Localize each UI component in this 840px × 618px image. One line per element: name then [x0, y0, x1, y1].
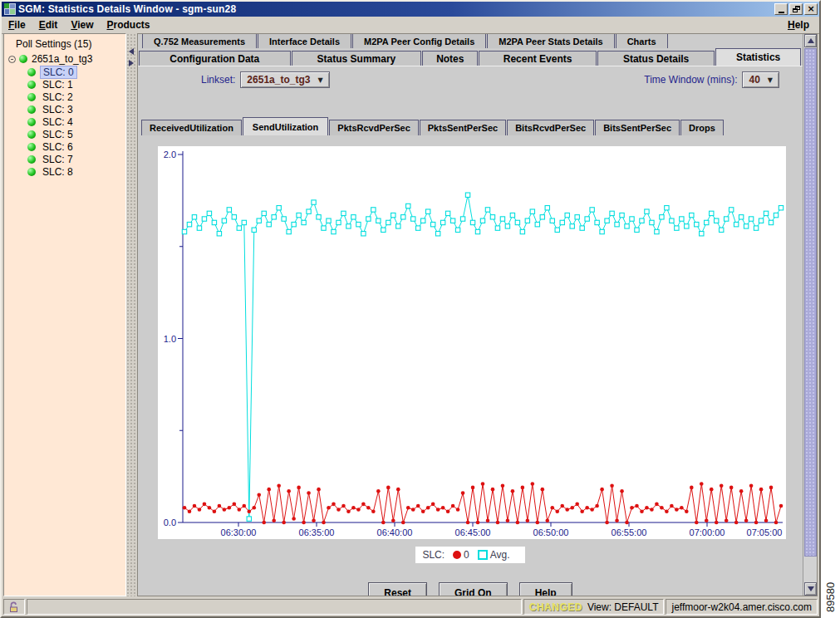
- status-ball-icon: [27, 68, 36, 76]
- legend-item-avg: Avg.: [478, 549, 510, 561]
- status-ball-icon: [27, 143, 36, 151]
- cyan-square-marker-icon: [478, 550, 488, 560]
- tab-row-main: Configuration DataStatus SummaryNotesRec…: [138, 48, 803, 66]
- tree-item-slc-1[interactable]: SLC: 1: [27, 78, 125, 91]
- main-panel: Q.752 MeasurementsInterface DetailsM2PA …: [137, 33, 818, 596]
- tree-item-label: SLC: 2: [40, 91, 76, 103]
- tab-bitssentpersec[interactable]: BitsSentPerSec: [595, 120, 680, 135]
- svg-text:06:50:00: 06:50:00: [533, 527, 569, 537]
- tree-item-label: SLC: 3: [40, 104, 76, 115]
- tab-drops[interactable]: Drops: [680, 120, 724, 135]
- chart-controls-row: Linkset: 2651a_to_tg3 ▼ Time Window (min…: [138, 71, 803, 91]
- tab-m2pa-peer-config-details[interactable]: M2PA Peer Config Details: [352, 34, 486, 48]
- tree-children: SLC: 0SLC: 1SLC: 2SLC: 3SLC: 4SLC: 5SLC:…: [27, 66, 125, 178]
- menu-items: FileEditViewProducts: [8, 19, 164, 31]
- tab-bitsrcvdpersec[interactable]: BitsRcvdPerSec: [507, 120, 594, 135]
- close-button[interactable]: ×: [804, 3, 818, 15]
- chart-subtabs: ReceivedUtilizationSendUtilizationPktsRc…: [141, 117, 801, 135]
- tab-sendutilization[interactable]: SendUtilization: [243, 117, 328, 135]
- window-title: SGM: Statistics Details Window - sgm-sun…: [18, 3, 236, 15]
- tab-status-summary[interactable]: Status Summary: [292, 51, 422, 66]
- tab-m2pa-peer-stats-details[interactable]: M2PA Peer Stats Details: [487, 34, 614, 48]
- tab-charts[interactable]: Charts: [616, 34, 668, 48]
- chevron-down-icon: ▼: [768, 76, 773, 84]
- tree-item-label: SLC: 1: [40, 79, 76, 91]
- tab-status-details[interactable]: Status Details: [597, 51, 715, 66]
- tab-q-752-measurements[interactable]: Q.752 Measurements: [142, 34, 257, 48]
- menu-products[interactable]: Products: [107, 19, 150, 31]
- view-label: View: DEFAULT: [587, 601, 659, 613]
- tab-interface-details[interactable]: Interface Details: [258, 34, 351, 48]
- scroll-down-button[interactable]: [804, 582, 817, 596]
- linkset-value: 2651a_to_tg3: [247, 74, 310, 86]
- body-row: Poll Settings (15) 2651a_to_tg3 SLC: 0SL…: [3, 33, 818, 596]
- svg-text:06:40:00: 06:40:00: [377, 527, 413, 537]
- screenshot-stage: SGM: Statistics Details Window - sgm-sun…: [0, 0, 840, 618]
- tab-statistics[interactable]: Statistics: [715, 48, 801, 66]
- time-window-dropdown[interactable]: 40 ▼: [742, 71, 779, 88]
- linkset-dropdown[interactable]: 2651a_to_tg3 ▼: [240, 71, 329, 88]
- tab-recent-events[interactable]: Recent Events: [479, 51, 597, 66]
- tab-pktsrcvdpersec[interactable]: PktsRcvdPerSec: [329, 120, 418, 135]
- menu-help[interactable]: Help: [788, 19, 809, 31]
- tree-item-slc-6[interactable]: SLC: 6: [27, 140, 125, 153]
- linkset-label: Linkset:: [201, 74, 235, 86]
- tree-item-slc-5[interactable]: SLC: 5: [27, 128, 125, 140]
- tree-node-linkset[interactable]: 2651a_to_tg3: [4, 52, 125, 66]
- arrow-down-icon: [808, 586, 814, 591]
- help-button[interactable]: Help: [519, 582, 572, 596]
- legend-row: SLC: 0 Avg.: [138, 547, 803, 563]
- vertical-scrollbar[interactable]: [803, 34, 817, 596]
- scrollbar-thumb[interactable]: [804, 48, 817, 557]
- tree-item-label: SLC: 5: [40, 129, 76, 140]
- menu-view[interactable]: View: [71, 19, 93, 31]
- time-window-label: Time Window (mins):: [644, 74, 737, 86]
- title-bar[interactable]: SGM: Statistics Details Window - sgm-sun…: [2, 2, 819, 17]
- utilization-chart: 0.01.02.006:30:0006:35:0006:40:0006:45:0…: [158, 146, 786, 539]
- chart-legend: SLC: 0 Avg.: [415, 547, 524, 563]
- tab-pktssentpersec[interactable]: PktsSentPerSec: [420, 120, 506, 135]
- tree-item-slc-4[interactable]: SLC: 4: [27, 115, 125, 128]
- menu-file[interactable]: File: [8, 19, 26, 31]
- tree-item-slc-2[interactable]: SLC: 2: [27, 91, 125, 103]
- tree-item-label: SLC: 4: [40, 116, 76, 128]
- changed-badge: CHANGED: [529, 601, 582, 613]
- restore-icon: [793, 6, 800, 12]
- tab-configuration-data[interactable]: Configuration Data: [139, 51, 291, 66]
- hostname-text: jeffmoor-w2k04.amer.cisco.com: [671, 601, 812, 613]
- close-icon: ×: [807, 5, 814, 13]
- tab-receivedutilization[interactable]: ReceivedUtilization: [141, 120, 242, 135]
- grid-on-button[interactable]: Grid On: [439, 582, 508, 596]
- reset-button[interactable]: Reset: [368, 582, 427, 596]
- tree-item-label: SLC: 7: [40, 154, 76, 165]
- app-icon: [4, 3, 16, 15]
- tree-item-slc-3[interactable]: SLC: 3: [27, 103, 125, 115]
- restore-button[interactable]: [789, 3, 803, 15]
- svg-text:2.0: 2.0: [164, 150, 176, 159]
- svg-text:07:00:00: 07:00:00: [690, 527, 725, 537]
- collapse-left-icon[interactable]: [129, 48, 134, 55]
- svg-text:06:45:00: 06:45:00: [455, 527, 491, 537]
- menu-edit[interactable]: Edit: [39, 19, 58, 31]
- tree-item-slc-0[interactable]: SLC: 0: [27, 66, 125, 78]
- minimize-button[interactable]: [774, 3, 788, 15]
- chart-svg: 0.01.02.006:30:0006:35:0006:40:0006:45:0…: [158, 146, 786, 539]
- svg-text:06:55:00: 06:55:00: [612, 527, 647, 537]
- status-ball-icon: [27, 155, 36, 164]
- minimize-icon: [779, 12, 784, 13]
- scroll-up-button[interactable]: [804, 34, 817, 47]
- status-ball-icon: [27, 168, 36, 176]
- status-bar: CHANGED View: DEFAULT jeffmoor-w2k04.ame…: [3, 599, 818, 615]
- legend-title: SLC:: [422, 549, 445, 561]
- status-ball-icon: [19, 55, 27, 63]
- tab-notes[interactable]: Notes: [422, 51, 478, 66]
- tree-item-slc-8[interactable]: SLC: 8: [27, 165, 125, 178]
- svg-text:0.0: 0.0: [164, 517, 176, 527]
- tree-node-label: 2651a_to_tg3: [32, 53, 92, 65]
- expand-right-icon[interactable]: [129, 60, 134, 66]
- status-spacer-cell: [27, 599, 522, 615]
- open-lock-icon: [8, 601, 20, 613]
- split-divider[interactable]: [126, 33, 137, 596]
- tree-expand-handle-icon[interactable]: [8, 56, 16, 63]
- tree-item-slc-7[interactable]: SLC: 7: [27, 153, 125, 165]
